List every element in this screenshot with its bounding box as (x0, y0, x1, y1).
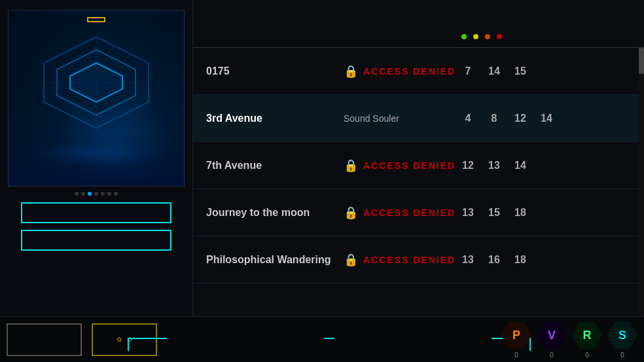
hex-badge-count-s: 0 (620, 352, 624, 359)
progress-dots (0, 192, 192, 196)
song-title: 3rd Avenue (206, 113, 344, 124)
bottom-bar: ✿ ✿ P0V0R0S0 (0, 316, 644, 362)
hex-badge-p: P0 (501, 320, 531, 359)
level-dot-3 (485, 34, 490, 39)
hex-badge-count-v: 0 (550, 352, 554, 359)
level-dot-4 (497, 34, 502, 39)
scrollbar-thumb[interactable] (639, 48, 644, 74)
level-num: 14 (540, 113, 553, 124)
dot-4 (94, 192, 98, 196)
lock-icon: 🔒 (344, 64, 358, 79)
lock-icon: 🔒 (344, 206, 358, 220)
dot-1 (75, 192, 79, 196)
lock-icon: 🔒 (344, 253, 358, 267)
song-row[interactable]: Journey to the moon🔒ACCESS DENIED131518 (193, 189, 644, 236)
dot-7 (114, 192, 118, 196)
rating-leaf-left: ✿ (116, 336, 122, 343)
bottom-center (167, 338, 492, 341)
song-levels: 481214 (461, 113, 637, 124)
list-header (193, 0, 644, 48)
renderer-info-badge (324, 338, 334, 339)
song-list: 0175🔒ACCESS DENIED714153rd AvenueSound S… (193, 48, 644, 316)
corner-left (128, 338, 167, 351)
parts-button[interactable] (21, 230, 171, 251)
song-levels: 131518 (461, 207, 637, 219)
hex-badge-s: S0 (607, 320, 637, 359)
level-num (540, 207, 553, 219)
level-num (540, 254, 553, 266)
hex-badge-count-r: 0 (585, 352, 589, 359)
level-num: 12 (514, 113, 527, 124)
song-title: 7th Avenue (206, 160, 344, 172)
access-denied-text: ACCESS DENIED (363, 255, 456, 265)
hex-badge-v: V0 (537, 320, 567, 359)
hex-badge-count-p: 0 (514, 352, 518, 359)
level-num: 14 (488, 65, 501, 77)
access-denied-text: ACCESS DENIED (363, 160, 456, 171)
level-num: 15 (514, 65, 527, 77)
level-num: 7 (461, 65, 474, 77)
hex-shape-v[interactable]: V (537, 320, 567, 350)
song-row[interactable]: 7th Avenue🔒ACCESS DENIED121314 (193, 142, 644, 189)
dot-5 (101, 192, 105, 196)
level-num: 14 (514, 160, 527, 172)
song-levels: 121314 (461, 160, 637, 172)
scrollbar-track[interactable] (639, 48, 644, 316)
hex-shape-s[interactable]: S (607, 320, 637, 350)
level-dots (461, 34, 637, 39)
access-denied-text: ACCESS DENIED (363, 208, 456, 218)
song-levels: 71415 (461, 65, 637, 77)
song-row[interactable]: 0175🔒ACCESS DENIED71415 (193, 48, 644, 95)
back-button[interactable] (7, 323, 82, 356)
song-levels: 131618 (461, 254, 637, 266)
level-dot-1 (461, 34, 467, 39)
song-title: Philosophical Wandering (206, 254, 344, 266)
level-dot-2 (473, 34, 478, 39)
access-denied-block: 🔒ACCESS DENIED (344, 253, 458, 267)
song-composer: Sound Souler (344, 113, 458, 124)
hex-shape-r[interactable]: R (572, 320, 602, 350)
level-num: 12 (461, 160, 474, 172)
song-row[interactable]: 3rd AvenueSound Souler481214 (193, 95, 644, 142)
access-denied-block: 🔒ACCESS DENIED (344, 158, 458, 173)
song-title: Journey to the moon (206, 207, 344, 219)
level-num: 18 (514, 254, 527, 266)
level-num (540, 160, 553, 172)
level-num: 13 (461, 254, 474, 266)
dot-6 (107, 192, 111, 196)
level-num: 13 (488, 160, 501, 172)
free-play-badge (87, 17, 105, 22)
album-art (8, 10, 185, 187)
level-num (540, 65, 553, 77)
col-level-header (458, 34, 637, 41)
lock-icon: 🔒 (344, 158, 358, 173)
access-denied-block: 🔒ACCESS DENIED (344, 64, 458, 79)
dot-3 (88, 192, 92, 196)
hex-badge-r: R0 (572, 320, 602, 359)
level-num: 8 (488, 113, 501, 124)
level-num: 18 (514, 207, 527, 219)
right-panel: 0175🔒ACCESS DENIED714153rd AvenueSound S… (193, 0, 644, 316)
freeplay-console-button[interactable] (21, 202, 171, 223)
access-denied-text: ACCESS DENIED (363, 66, 456, 77)
level-num: 16 (488, 254, 501, 266)
dot-2 (81, 192, 85, 196)
access-denied-block: 🔒ACCESS DENIED (344, 206, 458, 220)
level-num: 4 (461, 113, 474, 124)
left-panel (0, 0, 193, 362)
song-row[interactable]: Philosophical Wandering🔒ACCESS DENIED131… (193, 236, 644, 283)
level-num: 13 (461, 207, 474, 219)
hexagon-badges: P0V0R0S0 (501, 320, 637, 359)
song-title: 0175 (206, 65, 344, 77)
level-num: 15 (488, 207, 501, 219)
